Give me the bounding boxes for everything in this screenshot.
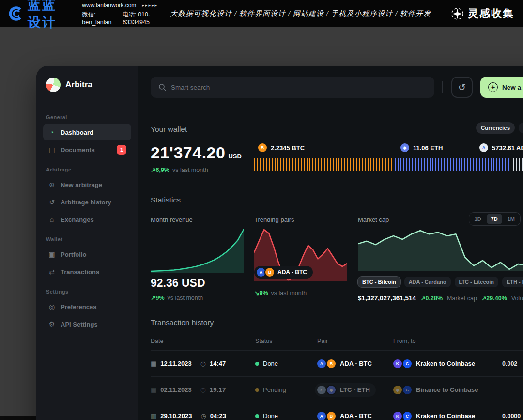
new-arbitrage-button-label: New a	[502, 84, 521, 91]
volume-change-label: Volume (24	[511, 295, 523, 302]
statistics-title: Statistics	[151, 196, 523, 204]
trending-pair-name: ADA - BTC	[277, 269, 307, 276]
exchanges-pill[interactable]: E	[519, 122, 523, 134]
inspiration-label: 灵感收集	[468, 6, 514, 21]
eth-icon: ◆	[327, 386, 336, 394]
clock-icon: ◷	[200, 412, 206, 420]
sidebar-item-dashboard[interactable]: ◔ Dashboard	[43, 124, 131, 140]
sidebar-item-new-arbitrage[interactable]: ⊕ New arbitrage	[43, 176, 131, 193]
app-brand[interactable]: Arbitra	[43, 78, 131, 92]
table-row[interactable]: ▦ 02.11.2023 ◷ 19:17 Pending Ł ◆ LTC - E	[151, 376, 523, 403]
month-revenue-value: 92.36 USD	[151, 277, 244, 290]
tx-date: 29.10.2023	[160, 412, 192, 420]
kraken-icon: K	[393, 412, 402, 420]
coin-pill-eth[interactable]: ETH - Ethereu	[502, 277, 523, 287]
arbitra-dashboard: Arbitra General ◔ Dashboard ▤ Documents …	[36, 66, 523, 420]
trending-pair-badge[interactable]: A B ADA - BTC	[254, 266, 313, 279]
sidebar-item-exchanges[interactable]: ⌂ Exchanges	[43, 211, 131, 228]
status-dot-done	[255, 414, 259, 418]
market-cap-stats: $1,327,027,361,514 ↗0.28% Market cap ↗29…	[358, 295, 523, 302]
column-header-status: Status	[255, 338, 317, 344]
market-cap-chart	[358, 229, 523, 271]
statistics-section: Statistics Month revenue 92.36 USD ↗9% v…	[151, 196, 523, 302]
currencies-pill[interactable]: Currencies	[476, 122, 515, 134]
wallet-currency: USD	[228, 153, 241, 160]
contact-block: www.lanlanwork.com ▸▸▸▸▸ 微信: ben_lanlan …	[82, 2, 162, 26]
search-box[interactable]	[151, 77, 434, 98]
coin-pill-btc[interactable]: BTC - Bitcoin	[358, 277, 400, 287]
table-row[interactable]: ▦ 12.11.2023 ◷ 14:47 Done A B ADA - BTC	[151, 350, 523, 376]
sidebar-item-arbitrage-history[interactable]: ↺ Arbitrage history	[43, 194, 131, 210]
eth-icon: ◆	[400, 143, 409, 152]
arbitra-logo-icon	[46, 78, 61, 92]
sidebar-item-portfolio[interactable]: ▣ Portfolio	[43, 246, 131, 263]
exchanges-icon: ⌂	[48, 216, 56, 223]
trending-pairs-change-note: vs last month	[271, 290, 307, 296]
btc-icon: B	[265, 268, 274, 277]
wallet-balance-block: 21'374.20 USD ↗6,9% vs last month	[151, 143, 254, 174]
documents-badge: 1	[117, 145, 126, 155]
sidebar-item-preferences[interactable]: ◎ Preferences	[43, 298, 131, 315]
range-toggle: 1D 7D 1M	[469, 212, 521, 226]
tx-route: Kraken to Coinbase	[416, 360, 475, 367]
sidebar-item-api-settings[interactable]: ⚙ API Settings	[43, 316, 131, 332]
sidebar-item-label: Transactions	[61, 268, 99, 276]
calendar-icon: ▦	[151, 386, 156, 393]
sidebar-section-general: General	[46, 114, 128, 120]
wechat-contact: 微信: ben_lanlan	[82, 11, 115, 26]
inspiration-link[interactable]: 灵感收集	[451, 6, 514, 21]
tx-date: 12.11.2023	[160, 360, 191, 367]
volume-change: ↗29.40%	[481, 295, 507, 302]
table-header: Date Status Pair From, to	[151, 338, 523, 350]
lanlan-logo-icon	[9, 3, 24, 24]
sidebar-item-transactions[interactable]: ⇄ Transactions	[43, 264, 131, 280]
ada-icon: A	[257, 268, 265, 277]
table-row[interactable]: ▦ 29.10.2023 ◷ 04:23 Done A B ADA - BTC	[151, 403, 523, 420]
transaction-history-title: Transaction history	[151, 318, 523, 327]
range-1d[interactable]: 1D	[470, 214, 486, 224]
coin-pill-ltc[interactable]: LTC - Litecoin	[455, 277, 499, 287]
wallet-holdings: B 2.2345 BTC ◆ 11.06 ETH A 5732.61 ADA	[254, 143, 523, 174]
new-arbitrage-button[interactable]: + New a	[480, 77, 523, 98]
tx-status: Pending	[263, 386, 286, 393]
tx-date: 02.11.2023	[160, 386, 191, 393]
sparkle-icon	[451, 8, 463, 20]
plus-circle-icon: ⊕	[48, 181, 56, 188]
coinbase-icon: C	[403, 359, 412, 368]
status-dot-pending	[255, 388, 259, 392]
coin-pill-ada[interactable]: ADA - Cardano	[404, 277, 451, 287]
ada-holding: A 5732.61 ADA	[479, 143, 523, 152]
sidebar-item-label: Arbitrage history	[61, 199, 111, 206]
lanlan-brand-name: 蓝蓝设计	[28, 0, 70, 31]
coinbase-icon: C	[403, 412, 412, 420]
wallet-change-note: vs last month	[172, 167, 208, 173]
tx-pair: LTC - ETH	[340, 386, 370, 393]
column-header-from-to: From, to	[393, 338, 502, 344]
history-icon: ↺	[458, 82, 466, 93]
clock-icon: ◷	[200, 360, 206, 367]
arrows-decoration: ▸▸▸▸▸	[142, 3, 158, 8]
tx-status: Done	[263, 360, 278, 367]
portfolio-icon: ▣	[48, 250, 56, 258]
calendar-icon: ▦	[151, 412, 156, 420]
tx-pair: ADA - BTC	[340, 360, 372, 367]
wallet-title: Your wallet	[151, 125, 523, 134]
eth-holding-amount: 11.06 ETH	[413, 144, 443, 152]
site-url[interactable]: www.lanlanwork.com	[82, 2, 136, 9]
sidebar-item-documents[interactable]: ▤ Documents 1	[43, 141, 131, 158]
trending-pairs-label: Trending pairs	[254, 216, 347, 223]
range-7d[interactable]: 7D	[487, 214, 502, 224]
market-coin-pills: BTC - Bitcoin ADA - Cardano LTC - Liteco…	[358, 277, 523, 287]
history-button[interactable]: ↺	[451, 77, 473, 98]
lanlan-brand[interactable]: 蓝蓝设计	[9, 0, 70, 31]
search-input[interactable]	[171, 84, 427, 91]
btc-icon: B	[258, 143, 267, 152]
plus-icon: +	[488, 82, 498, 92]
ada-icon: A	[317, 412, 326, 420]
transaction-history-section: Transaction history Date Status Pair Fro…	[151, 318, 523, 420]
history-icon: ↺	[48, 198, 56, 206]
sidebar-section-settings: Settings	[46, 289, 128, 295]
wallet-section: Your wallet Currencies E 21'374.20 USD ↗…	[151, 125, 523, 174]
trending-pairs-card: Trending pairs A B ADA - BTC ↘9% vs last	[254, 216, 347, 302]
range-1m[interactable]: 1M	[503, 214, 519, 224]
